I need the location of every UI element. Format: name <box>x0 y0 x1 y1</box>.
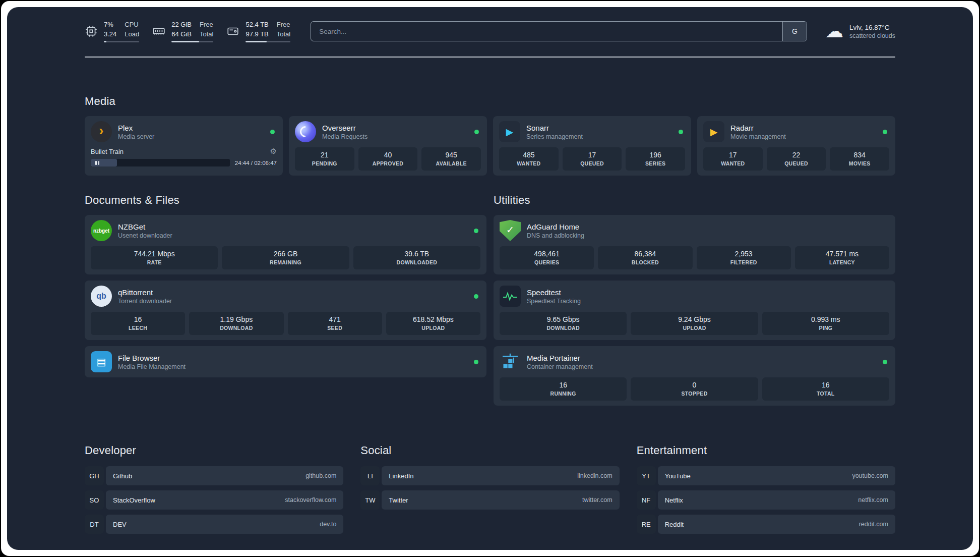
weather-location: Lviv, 16.87°C <box>849 24 895 31</box>
disk-total: 97.9 TB <box>246 30 268 39</box>
section-media: Media › Plex Media server Bullet Train <box>85 95 895 176</box>
bookmark-abbr: SO <box>85 490 104 510</box>
service-name: Overseerr <box>322 124 368 132</box>
service-desc: Media server <box>118 133 154 140</box>
resource-widgets: 7% 3.24 CPU Load <box>85 20 290 42</box>
bookmark-name: StackOverflow <box>113 496 155 504</box>
bookmark-name: LinkedIn <box>389 472 413 480</box>
service-card-overseerr[interactable]: Overseerr Media Requests 21 PENDING 40 A… <box>289 116 487 176</box>
stat-tile: 16 TOTAL <box>762 377 889 401</box>
gear-icon[interactable]: ⚙ <box>270 147 277 156</box>
memory-total: 64 GiB <box>171 30 192 39</box>
bookmark-linkedin[interactable]: LI LinkedIn linkedin.com <box>360 466 619 485</box>
page-background: 7% 3.24 CPU Load <box>1 1 979 556</box>
bookmark-name: Netflix <box>665 496 683 504</box>
stat-tile: 266 GB REMAINING <box>222 246 349 269</box>
cloud-icon: ☁ <box>825 22 843 40</box>
bookmark-abbr: GH <box>85 466 104 485</box>
bookmark-name: Twitter <box>389 496 408 504</box>
service-name: AdGuard Home <box>527 222 584 231</box>
section-title-utilities: Utilities <box>494 194 895 207</box>
bookmark-github[interactable]: GH Github github.com <box>85 466 343 485</box>
sonarr-icon: ▶ <box>499 121 520 142</box>
now-playing-title: Bullet Train <box>91 148 124 155</box>
section-title-social: Social <box>360 444 619 457</box>
cpu-usage-label: CPU <box>125 20 139 29</box>
dashboard: 7% 3.24 CPU Load <box>7 7 973 550</box>
overseerr-icon <box>295 121 316 142</box>
playback-progress-bar[interactable] <box>91 159 230 166</box>
service-name: NZBGet <box>118 222 172 231</box>
bookmark-url: netflix.com <box>858 496 888 504</box>
stat-tile: 0 STOPPED <box>631 377 758 401</box>
bookmark-abbr: DT <box>85 515 104 534</box>
service-card-radarr[interactable]: ▶ Radarr Movie management 17 WANTED 22 Q… <box>697 116 895 176</box>
section-title-documents: Documents & Files <box>85 194 486 207</box>
cpu-load-label: Load <box>125 30 139 39</box>
topbar-divider <box>85 57 895 58</box>
stat-tile: 2,953 FILTERED <box>697 246 791 269</box>
stat-tile: 17 QUEUED <box>563 147 622 171</box>
service-name: File Browser <box>118 354 186 362</box>
memory-widget: 22 GiB 64 GiB Free Total <box>152 20 213 42</box>
portainer-icon <box>500 351 521 372</box>
disk-widget: 52.4 TB 97.9 TB Free Total <box>226 20 290 42</box>
service-card-qbittorrent[interactable]: qb qBittorrent Torrent downloader 16 LEE… <box>85 281 486 340</box>
cpu-usage: 7% <box>104 20 116 29</box>
bookmark-name: YouTube <box>665 472 691 480</box>
bookmark-youtube[interactable]: YT YouTube youtube.com <box>637 466 895 485</box>
memory-progress-bar <box>171 41 213 42</box>
service-card-plex[interactable]: › Plex Media server Bullet Train ⚙ <box>85 116 283 176</box>
disk-icon <box>226 25 239 38</box>
bookmark-group-entertainment: Entertainment YT YouTube youtube.com NF … <box>637 444 895 539</box>
memory-icon <box>152 25 165 38</box>
bookmark-stackoverflow[interactable]: SO StackOverflow stackoverflow.com <box>85 490 343 510</box>
service-card-portainer[interactable]: Media Portainer Container management 16 … <box>494 346 895 406</box>
stat-tile: 945 AVAILABLE <box>421 147 481 171</box>
status-dot <box>474 294 478 299</box>
bookmark-abbr: YT <box>637 466 656 485</box>
service-desc: Usenet downloader <box>118 232 172 239</box>
service-card-speedtest[interactable]: Speedtest Speedtest Tracking 9.65 Gbps D… <box>494 281 895 340</box>
service-card-adguard[interactable]: ✓ AdGuard Home DNS and adblocking 498,46… <box>494 215 895 274</box>
playback-time: 24:44 / 02:06:47 <box>235 160 277 166</box>
status-dot <box>270 130 275 134</box>
bookmark-reddit[interactable]: RE Reddit reddit.com <box>637 515 895 534</box>
status-dot <box>474 130 479 134</box>
section-utilities: Utilities ✓ AdGuard Home DNS and adblock… <box>494 194 895 412</box>
bookmark-abbr: LI <box>360 466 380 485</box>
service-desc: Series management <box>526 133 583 140</box>
service-card-nzbget[interactable]: nzbget NZBGet Usenet downloader 744.21 M… <box>85 215 486 274</box>
service-desc: Container management <box>527 363 593 370</box>
pause-icon[interactable] <box>95 161 99 165</box>
bookmark-dev[interactable]: DT DEV dev.to <box>85 515 343 534</box>
service-desc: Movie management <box>730 133 786 140</box>
cpu-progress-bar <box>104 41 139 42</box>
stat-tile: 17 WANTED <box>703 147 763 171</box>
bookmark-netflix[interactable]: NF Netflix netflix.com <box>637 490 895 510</box>
stat-tile: 471 SEED <box>288 312 382 335</box>
service-desc: Torrent downloader <box>118 298 172 305</box>
stat-tile: 498,461 QUERIES <box>500 246 594 269</box>
service-name: qBittorrent <box>118 288 172 297</box>
stat-tile: 40 APPROVED <box>358 147 418 171</box>
memory-total-label: Total <box>200 30 213 39</box>
media-player-widget: Bullet Train ⚙ 24:44 / 02:06:47 <box>91 147 277 166</box>
status-dot <box>883 130 887 134</box>
service-card-sonarr[interactable]: ▶ Sonarr Series management 485 WANTED 17… <box>493 116 691 176</box>
stat-tile: 618.52 Mbps UPLOAD <box>386 312 480 335</box>
search-provider-button[interactable]: G <box>782 22 807 41</box>
stat-tile: 16 LEECH <box>91 312 185 335</box>
bookmark-url: github.com <box>305 472 336 479</box>
bookmark-twitter[interactable]: TW Twitter twitter.com <box>360 490 619 510</box>
stat-tile: 86,384 BLOCKED <box>598 246 692 269</box>
disk-progress-bar <box>246 41 290 42</box>
search-input[interactable] <box>311 22 782 41</box>
service-name: Radarr <box>730 124 786 132</box>
bookmark-name: Github <box>113 472 132 480</box>
stat-tile: 9.24 Gbps UPLOAD <box>631 312 758 335</box>
status-dot <box>883 360 887 364</box>
service-card-filebrowser[interactable]: ▤ File Browser Media File Management <box>85 346 486 377</box>
cpu-load-avg: 3.24 <box>104 30 116 39</box>
stat-tile: 47.571 ms LATENCY <box>795 246 889 269</box>
